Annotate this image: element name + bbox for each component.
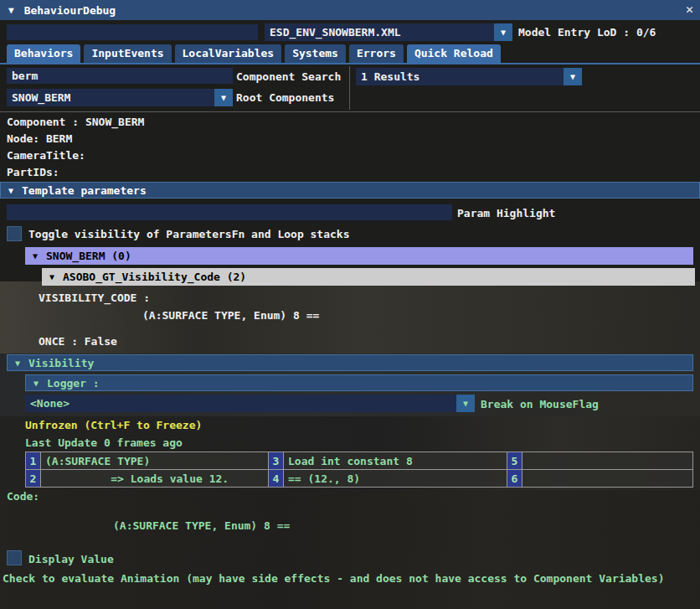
stack-index-cell: 4 xyxy=(269,470,284,487)
root-components-value[interactable]: SNOW_BERM xyxy=(7,89,214,106)
stack-op-cell xyxy=(522,470,692,487)
stack-index-cell: 5 xyxy=(507,452,522,469)
table-row: 1 (A:SURFACE TYPE) 3 Load int constant 8… xyxy=(26,452,692,469)
search-panel-divider xyxy=(349,66,350,110)
logger-header[interactable]: ▼ Logger : xyxy=(25,374,693,391)
stack-op-cell: => Loads value 12. xyxy=(41,470,269,487)
node-line: Node: BERM xyxy=(7,132,72,145)
stack-op-cell: Load int constant 8 xyxy=(284,452,507,469)
stack-op-cell: == (12., 8) xyxy=(284,470,507,487)
logger-title: Logger : xyxy=(47,377,100,390)
code-label: Code: xyxy=(7,490,39,503)
tab-inputevents[interactable]: InputEvents xyxy=(84,44,171,63)
chevron-down-icon[interactable]: ▼ xyxy=(214,89,233,106)
camera-title-line: CameraTitle: xyxy=(7,149,85,162)
stack-index-cell: 3 xyxy=(269,452,284,469)
component-search-input[interactable] xyxy=(7,68,233,84)
model-filter-input[interactable] xyxy=(7,24,258,40)
toggle-visibility-checkbox[interactable] xyxy=(7,226,22,241)
toggle-visibility-label: Toggle visibility of ParametersFn and Lo… xyxy=(28,228,350,240)
close-icon[interactable]: ✕ xyxy=(686,2,693,17)
tree-header-visibility-code[interactable]: ▼ ASOBO_GT_Visibility_Code (2) xyxy=(42,268,695,286)
display-value-label: Display Value xyxy=(28,553,114,565)
section-divider xyxy=(0,111,700,112)
stack-op-cell: (A:SURFACE TYPE) xyxy=(41,452,269,469)
collapse-icon[interactable]: ▼ xyxy=(33,379,39,388)
model-file-dropdown[interactable]: ESD_ENV_SNOWBERM.XML ▼ xyxy=(265,23,512,41)
stack-op-cell xyxy=(522,452,692,469)
stack-table: 1 (A:SURFACE TYPE) 3 Load int constant 8… xyxy=(25,452,693,488)
tab-systems[interactable]: Systems xyxy=(285,44,346,63)
animation-note: Check to evaluate Animation (may have si… xyxy=(3,572,665,585)
once-line: ONCE : False xyxy=(39,335,117,348)
last-update-status: Last Update 0 frames ago xyxy=(25,436,183,449)
display-value-checkbox[interactable] xyxy=(7,550,22,565)
model-file-value[interactable]: ESD_ENV_SNOWBERM.XML xyxy=(265,23,494,41)
freeze-status: Unfrozen (Ctrl+F to Freeze) xyxy=(25,419,202,431)
behaviour-debug-window: ▼ BehaviourDebug ✕ ESD_ENV_SNOWBERM.XML … xyxy=(0,0,700,609)
collapse-icon[interactable]: ▼ xyxy=(33,251,38,261)
visibility-code-label: VISIBILITY_CODE : xyxy=(39,292,150,304)
break-on-mouseflag-label: Break on MouseFlag xyxy=(481,398,599,410)
visibility-header[interactable]: ▼ Visibility xyxy=(7,354,693,371)
part-ids-line: PartIDs: xyxy=(7,166,59,178)
root-components-dropdown[interactable]: SNOW_BERM ▼ xyxy=(7,89,233,106)
tab-localvariables[interactable]: LocalVariables xyxy=(175,44,282,63)
component-search-label: Component Search xyxy=(236,70,341,83)
stack-index-cell: 1 xyxy=(26,452,41,469)
chevron-down-icon[interactable]: ▼ xyxy=(494,23,512,41)
tree-header-visibility-code-label: ASOBO_GT_Visibility_Code (2) xyxy=(63,271,246,283)
root-components-label: Root Components xyxy=(236,91,334,104)
table-row: 2 => Loads value 12. 4 == (12., 8) 6 xyxy=(26,469,692,487)
collapse-icon[interactable]: ▼ xyxy=(15,359,20,368)
stack-index-cell: 2 xyxy=(26,470,41,487)
tab-bar: Behaviors InputEvents LocalVariables Sys… xyxy=(7,44,501,63)
visibility-code-value: (A:SURFACE TYPE, Enum) 8 == xyxy=(142,309,319,322)
tab-behaviors[interactable]: Behaviors xyxy=(7,44,80,63)
template-parameters-title: Template parameters xyxy=(22,184,147,197)
component-name-line: Component : SNOW_BERM xyxy=(7,116,144,128)
background-scene-band xyxy=(0,490,700,609)
code-value: (A:SURFACE TYPE, Enum) 8 == xyxy=(113,519,290,532)
tree-header-snow-berm[interactable]: ▼ SNOW_BERM (0) xyxy=(25,247,693,265)
results-value[interactable]: 1 Results xyxy=(356,68,564,85)
collapse-icon[interactable]: ▼ xyxy=(49,272,54,281)
tab-errors[interactable]: Errors xyxy=(349,44,404,63)
template-parameters-header[interactable]: ▼ Template parameters xyxy=(0,182,700,199)
param-highlight-label: Param Highlight xyxy=(457,207,555,219)
tree-header-snow-berm-label: SNOW_BERM (0) xyxy=(46,250,131,262)
tab-underline xyxy=(0,63,700,65)
chevron-down-icon[interactable]: ▼ xyxy=(564,68,582,85)
logger-select-dropdown[interactable]: <None> ▼ xyxy=(25,395,475,412)
window-title: BehaviourDebug xyxy=(24,4,116,17)
model-entry-lod-label: Model Entry LoD : 0/6 xyxy=(518,26,656,39)
results-dropdown[interactable]: 1 Results ▼ xyxy=(356,68,582,85)
logger-select-value[interactable]: <None> xyxy=(25,395,456,412)
tab-quick-reload[interactable]: Quick Reload xyxy=(407,44,501,63)
collapse-window-icon[interactable]: ▼ xyxy=(8,5,14,16)
stack-index-cell: 6 xyxy=(507,470,522,487)
collapse-icon[interactable]: ▼ xyxy=(8,186,13,195)
visibility-title: Visibility xyxy=(28,357,94,369)
title-bar: ▼ BehaviourDebug xyxy=(0,0,700,20)
param-highlight-input[interactable] xyxy=(7,204,452,220)
chevron-down-icon[interactable]: ▼ xyxy=(456,395,475,412)
